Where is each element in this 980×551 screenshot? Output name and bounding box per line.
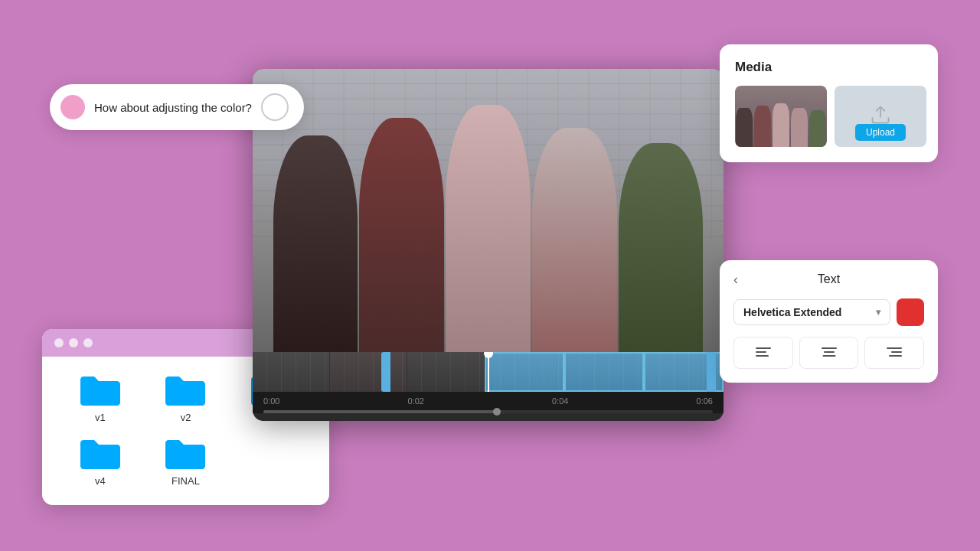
timeline-handle-right[interactable] [707,352,716,392]
folder-v1[interactable]: v1 [60,372,140,423]
svg-rect-3 [756,355,769,357]
timecodes: 0:00 0:02 0:04 0:06 [253,392,724,410]
folder-label-v1: v1 [95,412,106,423]
prompt-bubble: How about adjusting the color? [50,84,304,130]
svg-rect-6 [822,355,835,357]
svg-rect-1 [756,347,771,349]
prompt-send-button[interactable] [261,93,289,121]
chevron-down-icon: ▾ [876,307,880,318]
titlebar-dot-2 [69,338,78,347]
folder-v2[interactable]: v2 [146,372,226,423]
align-left-button[interactable] [733,337,793,369]
svg-rect-4 [822,347,837,349]
video-subjects [253,97,724,352]
media-thumbnails: Upload [735,86,923,147]
align-row [733,337,924,369]
svg-rect-7 [887,347,902,349]
folder-icon-final [164,435,207,471]
text-panel-back-button[interactable]: ‹ [733,272,738,288]
svg-rect-2 [756,351,766,353]
font-row: Helvetica Extended ▾ [733,298,924,326]
font-selector[interactable]: Helvetica Extended ▾ [733,299,890,325]
timeline-handle-left[interactable] [381,352,390,392]
font-name: Helvetica Extended [743,306,841,318]
timecode-1: 0:02 [408,396,424,406]
video-editor: 0:00 0:02 0:04 0:06 [253,69,724,421]
folder-icon-v4 [79,435,122,471]
upload-button[interactable]: Upload [855,124,906,141]
titlebar-dot-1 [54,338,64,347]
media-thumb-upload[interactable]: Upload [835,86,926,147]
align-center-button[interactable] [799,337,859,369]
folder-v4[interactable]: v4 [60,435,140,487]
titlebar-dot-3 [83,338,93,347]
text-panel-title: Text [818,272,840,286]
text-panel-header: ‹ Text [733,272,924,286]
media-panel-title: Media [735,60,923,75]
prompt-dot-icon [60,95,85,119]
media-panel: Media Upload [720,44,938,162]
media-thumb-1[interactable] [735,86,827,147]
svg-rect-9 [889,355,902,357]
filmstrip[interactable] [253,352,724,392]
folder-icon-v1 [79,372,122,407]
svg-rect-5 [824,351,835,353]
scrubbar-fill [263,410,497,413]
playhead [488,352,489,392]
filmstrip-selected-1 [485,352,564,392]
scrubbar-handle[interactable] [493,408,501,416]
filmstrip-segment-2 [330,352,407,392]
video-preview [253,69,724,352]
filmstrip-segment-1 [253,352,330,392]
folder-label-v2: v2 [181,412,191,423]
timecode-0: 0:00 [263,396,279,406]
filmstrip-selected-2 [564,352,644,392]
folder-icon-v2 [164,372,207,407]
text-panel: ‹ Text Helvetica Extended ▾ [720,260,938,383]
timeline: 0:00 0:02 0:04 0:06 [253,352,724,413]
svg-rect-8 [891,351,902,353]
timecode-2: 0:04 [552,396,568,406]
color-swatch[interactable] [897,298,924,326]
folder-label-v4: v4 [95,475,106,487]
folder-final[interactable]: FINAL [146,435,226,487]
scrubbar[interactable] [263,410,713,413]
prompt-text: How about adjusting the color? [94,101,252,114]
folder-label-final: FINAL [172,475,200,487]
align-right-button[interactable] [864,337,924,369]
timecode-3: 0:06 [697,396,713,406]
filmstrip-segment-3 [407,352,485,392]
